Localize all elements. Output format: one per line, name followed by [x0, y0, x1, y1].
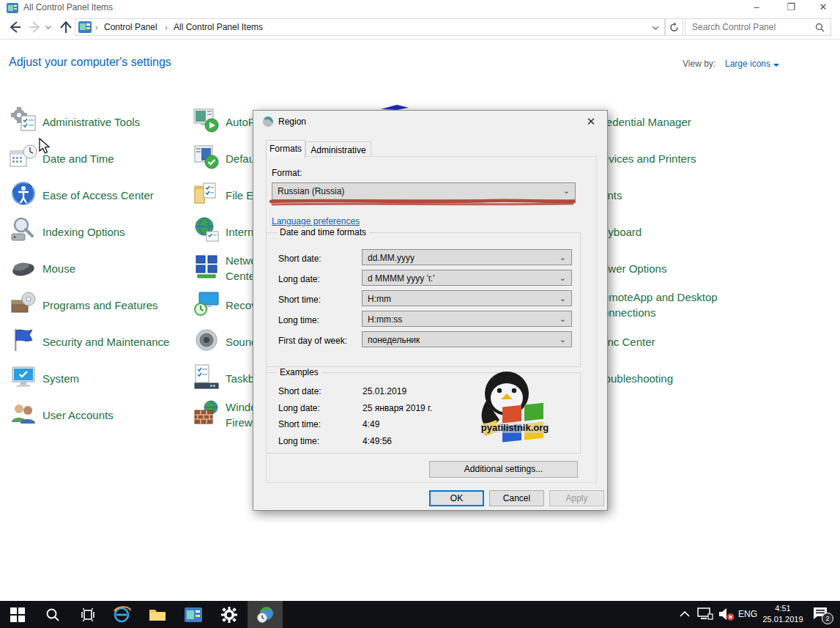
- short-date-combobox[interactable]: dd.MM.yyyy⌄: [362, 249, 572, 265]
- desktop-screen: All Control Panel Items – ❐ ✕ › Control …: [0, 0, 840, 628]
- chevron-down-icon[interactable]: ⌄: [563, 186, 570, 196]
- example-long-date-label: Long date:: [278, 403, 320, 413]
- refresh-button[interactable]: [665, 18, 683, 36]
- cp-item-power-options[interactable]: Power Options: [595, 250, 770, 287]
- settings-button[interactable]: [212, 601, 247, 628]
- search-input[interactable]: Search Control Panel: [685, 18, 831, 36]
- cp-item-label[interactable]: Programs and Features: [42, 298, 158, 313]
- notification-count-badge: 2: [822, 613, 833, 624]
- region-app-taskbar-button[interactable]: [248, 601, 283, 628]
- view-by-chevron-icon[interactable]: [773, 62, 780, 68]
- search-placeholder: Search Control Panel: [692, 22, 776, 32]
- language-indicator[interactable]: ENG: [738, 609, 757, 619]
- start-button[interactable]: [0, 601, 35, 628]
- cp-item-label[interactable]: Devices and Printers: [595, 151, 696, 166]
- cp-item-administrative-tools[interactable]: Administrative Tools: [9, 103, 185, 140]
- action-center-button[interactable]: 2: [813, 607, 829, 621]
- chevron-down-icon[interactable]: ⌄: [560, 335, 566, 344]
- first-day-combobox[interactable]: понедельник⌄: [362, 331, 572, 347]
- up-icon[interactable]: [57, 18, 75, 36]
- cp-item-programs-and-features[interactable]: Programs and Features: [9, 287, 185, 323]
- short-time-combobox[interactable]: H:mm⌄: [362, 290, 572, 306]
- search-icon[interactable]: [815, 23, 825, 32]
- apply-button[interactable]: Apply: [549, 490, 604, 506]
- cp-item-remoteapp-connections[interactable]: RemoteApp and DesktopConnections: [595, 287, 770, 323]
- cp-item-label[interactable]: Security and Maintenance: [42, 334, 169, 350]
- region-dialog-icon: [262, 116, 274, 128]
- chevron-down-icon[interactable]: ⌄: [560, 294, 566, 303]
- user-accounts-icon: [9, 399, 38, 428]
- tray-expand-chevron-icon[interactable]: [680, 610, 690, 618]
- additional-settings-button[interactable]: Additional settings...: [429, 461, 578, 478]
- view-by-value[interactable]: Large icons: [725, 59, 770, 69]
- cp-item-label[interactable]: Credential Manager: [595, 114, 691, 130]
- chevron-down-icon[interactable]: ⌄: [560, 314, 566, 324]
- tab-formats[interactable]: Formats: [266, 140, 305, 158]
- administrative-tools-icon: [9, 106, 38, 135]
- file-explorer-options-icon: [192, 179, 221, 208]
- chevron-down-icon[interactable]: ⌄: [560, 253, 566, 262]
- long-time-value: H:mm:ss: [368, 314, 402, 325]
- cp-item-system[interactable]: System: [9, 360, 185, 396]
- forward-icon[interactable]: [26, 18, 44, 36]
- security-maintenance-icon: [9, 325, 38, 355]
- dialog-close-button[interactable]: ✕: [584, 115, 598, 128]
- navigation-toolbar: › Control Panel › All Control Panel Item…: [0, 16, 840, 40]
- short-date-value: dd.MM.yyyy: [368, 253, 415, 263]
- cp-item-devices-and-printers[interactable]: Devices and Printers: [595, 140, 770, 177]
- long-time-combobox[interactable]: H:mm:ss⌄: [362, 311, 572, 327]
- cp-item-credential-manager[interactable]: Credential Manager: [595, 103, 770, 140]
- cp-item-label[interactable]: Date and Time: [42, 151, 114, 166]
- ok-button[interactable]: OK: [429, 490, 484, 506]
- maximize-button[interactable]: ❐: [774, 0, 808, 16]
- breadcrumb-all-items[interactable]: All Control Panel Items: [174, 22, 263, 32]
- file-explorer-button[interactable]: [140, 601, 175, 628]
- long-date-combobox[interactable]: d MMMM yyyy 'г.'⌄: [362, 270, 572, 286]
- chevron-down-icon[interactable]: ⌄: [560, 273, 566, 283]
- cancel-button[interactable]: Cancel: [489, 490, 544, 506]
- cp-item-sync-center[interactable]: Sync Center: [595, 323, 770, 360]
- language-preferences-link[interactable]: Language preferences: [272, 216, 360, 226]
- cp-item-mouse[interactable]: Mouse: [9, 250, 185, 287]
- breadcrumb-separator: ›: [95, 23, 98, 32]
- recent-pages-chevron-icon[interactable]: [42, 18, 54, 36]
- page-title: Adjust your computer's settings: [9, 56, 171, 69]
- cp-item-user-accounts[interactable]: User Accounts: [9, 396, 185, 433]
- sound-icon: [192, 325, 221, 355]
- cp-item-label[interactable]: User Accounts: [42, 407, 114, 423]
- taskbar-search-button[interactable]: [35, 601, 70, 628]
- cp-item-label[interactable]: Administrative Tools: [42, 114, 140, 130]
- minimize-button[interactable]: –: [740, 0, 773, 16]
- svg-text:pyatilistnik.org: pyatilistnik.org: [481, 422, 549, 433]
- cp-item-label[interactable]: Mouse: [42, 261, 75, 276]
- cp-item-keyboard[interactable]: Keyboard: [595, 213, 770, 250]
- internet-explorer-button[interactable]: [104, 601, 139, 628]
- mouse-cursor: [38, 138, 51, 155]
- back-icon[interactable]: [6, 18, 23, 36]
- cp-item-fonts[interactable]: Fonts: [595, 177, 770, 213]
- cp-item-ease-of-access[interactable]: Ease of Access Center: [9, 177, 185, 213]
- cp-item-label[interactable]: Ease of Access Center: [42, 188, 154, 203]
- internet-options-icon: [192, 215, 221, 245]
- cp-item-label[interactable]: RemoteApp and DesktopConnections: [595, 289, 718, 320]
- cp-item-troubleshooting[interactable]: Troubleshooting: [595, 360, 770, 396]
- tab-administrative[interactable]: Administrative: [305, 141, 371, 158]
- taskbar-clock[interactable]: 4:51 25.01.2019: [760, 603, 806, 625]
- address-bar[interactable]: › Control Panel › All Control Panel Item…: [75, 18, 665, 36]
- clock-date: 25.01.2019: [760, 614, 806, 625]
- task-view-button[interactable]: [70, 601, 105, 628]
- control-panel-window-icon: [7, 3, 18, 13]
- cp-item-date-and-time[interactable]: Date and Time: [9, 140, 185, 177]
- mouse-icon: [9, 252, 38, 281]
- network-icon[interactable]: [697, 607, 713, 621]
- control-panel-taskbar-button[interactable]: [176, 601, 211, 628]
- cp-item-label[interactable]: System: [42, 371, 79, 386]
- breadcrumb-control-panel[interactable]: Control Panel: [104, 22, 157, 32]
- address-dropdown-chevron-icon[interactable]: [651, 23, 660, 32]
- cp-item-security-and-maintenance[interactable]: Security and Maintenance: [9, 323, 185, 360]
- close-button[interactable]: ✕: [806, 0, 840, 16]
- cp-item-indexing-options[interactable]: Indexing Options: [9, 213, 185, 250]
- taskbar-navigation-icon: [192, 362, 221, 391]
- volume-muted-icon[interactable]: [718, 607, 736, 621]
- cp-item-label[interactable]: Indexing Options: [42, 224, 125, 240]
